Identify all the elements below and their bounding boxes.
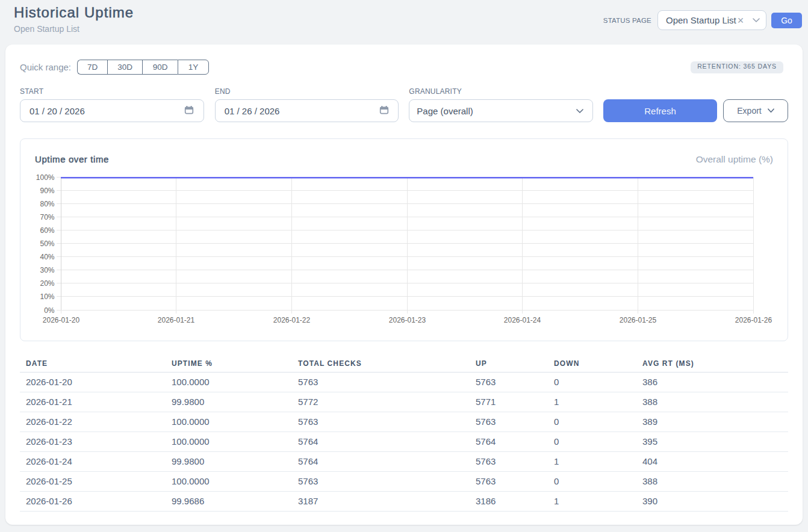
svg-text:90%: 90% xyxy=(40,187,54,195)
svg-text:2026-01-21: 2026-01-21 xyxy=(158,316,195,324)
svg-text:2026-01-24: 2026-01-24 xyxy=(504,316,541,324)
svg-text:70%: 70% xyxy=(40,213,54,221)
svg-text:30%: 30% xyxy=(40,266,54,274)
svg-text:40%: 40% xyxy=(40,253,54,261)
svg-text:2026-01-22: 2026-01-22 xyxy=(273,316,311,324)
svg-text:60%: 60% xyxy=(40,226,54,235)
svg-text:2026-01-25: 2026-01-25 xyxy=(620,316,657,324)
svg-text:0%: 0% xyxy=(44,306,55,315)
svg-text:2026-01-26: 2026-01-26 xyxy=(735,316,772,324)
svg-text:20%: 20% xyxy=(40,279,54,288)
svg-text:80%: 80% xyxy=(40,200,54,208)
svg-text:10%: 10% xyxy=(40,292,54,301)
svg-text:100%: 100% xyxy=(36,173,55,182)
svg-text:2026-01-20: 2026-01-20 xyxy=(43,316,80,324)
svg-text:2026-01-23: 2026-01-23 xyxy=(389,316,426,324)
svg-text:50%: 50% xyxy=(40,240,54,248)
